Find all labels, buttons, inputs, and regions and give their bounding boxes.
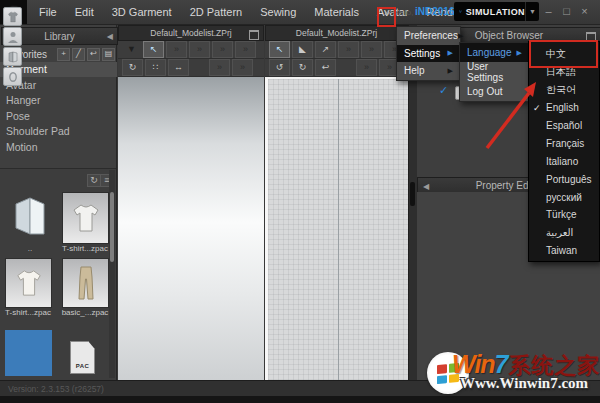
library-item-pac-file[interactable]: PAC: [70, 341, 95, 374]
submenu-arrow-icon: ▶: [448, 49, 453, 57]
greeting-text: Hello,: [393, 8, 413, 17]
viewport-2d[interactable]: [265, 77, 408, 380]
viewport-3d[interactable]: [118, 77, 264, 380]
pattern-select-tool[interactable]: ↖: [269, 41, 290, 58]
splitter-handle[interactable]: [410, 182, 415, 206]
menu-item-settings[interactable]: Settings ▶: [397, 45, 460, 63]
menu-materials[interactable]: Materials: [305, 6, 368, 18]
pin-tool[interactable]: ↻: [122, 59, 143, 76]
language-menu: 中文 日本語 한국어 ✓ English Español Français It…: [528, 41, 600, 262]
language-option-it[interactable]: Italiano: [529, 152, 599, 170]
disabled-tool: »: [235, 41, 256, 58]
tab-2d-label: Default_Modelist.ZPrj: [296, 28, 377, 38]
disabled-tool: »: [166, 41, 187, 58]
disabled-tool: »: [361, 41, 382, 58]
library-section-pose[interactable]: Pose: [0, 109, 117, 124]
settings-submenu: Language ▶ User Settings Log Out: [459, 42, 530, 102]
watermark-win: Win: [452, 350, 495, 378]
library-section-shoulder-pad[interactable]: Shoulder Pad: [0, 124, 117, 139]
help-label: Help: [404, 65, 425, 76]
maximize-button[interactable]: □: [559, 5, 574, 18]
pac-file-label: PAC: [76, 363, 90, 373]
language-option-pt[interactable]: Português: [529, 170, 599, 188]
toolbar-2d-row1: ↖ ◣ ↗ » » »: [265, 41, 408, 59]
folder-up-icon[interactable]: [10, 196, 50, 238]
library-title: Library: [44, 31, 75, 42]
disabled-tool: »: [356, 59, 377, 76]
collapse-left-icon[interactable]: ◀: [423, 182, 429, 191]
minimize-button[interactable]: –: [541, 5, 556, 18]
language-option-ru[interactable]: русский: [529, 188, 599, 206]
language-option-ar[interactable]: العربية: [529, 224, 599, 242]
show-pattern-button[interactable]: [3, 47, 22, 66]
menu-item-user-settings[interactable]: User Settings: [460, 62, 529, 81]
show-head-button[interactable]: [3, 67, 22, 86]
undock-icon[interactable]: [249, 30, 259, 40]
menu-2d-pattern[interactable]: 2D Pattern: [181, 6, 252, 18]
curve-tool[interactable]: ↗: [315, 41, 336, 58]
check-icon: ✓: [533, 103, 541, 113]
view-mode-button[interactable]: ▤: [102, 48, 115, 61]
add-favorite-button[interactable]: +: [57, 48, 70, 61]
toolbar-3d-row2: ↻ ∷ ↔ » »: [118, 59, 264, 77]
user-settings-label: User Settings: [467, 61, 522, 83]
submenu-arrow-icon: ▶: [448, 67, 453, 75]
menu-sewing[interactable]: Sewing: [251, 6, 305, 18]
refresh-icon[interactable]: ↻: [87, 174, 101, 187]
menu-item-logout[interactable]: Log Out: [460, 82, 529, 101]
sewing-tool[interactable]: ↺: [269, 59, 290, 76]
submenu-arrow-icon: ▶: [458, 32, 463, 40]
language-option-ko[interactable]: 한국어: [529, 81, 599, 99]
library-item-fabric-swatch[interactable]: [5, 330, 52, 376]
folder-up-label: ..: [10, 244, 50, 253]
account-name[interactable]: iND2016: [415, 6, 454, 17]
simulation-dropdown-caret[interactable]: ▼: [525, 2, 539, 21]
annotation-box-chinese: [529, 40, 598, 68]
language-label: Language: [467, 47, 512, 58]
library-section-hanger[interactable]: Hanger: [0, 93, 117, 108]
simulation-chevrons-icon: [459, 6, 462, 17]
language-option-fr[interactable]: Français: [529, 134, 599, 152]
watermark: Win7系统之家 Www.Winwin7.com: [420, 344, 600, 403]
pattern-dots-tool[interactable]: ∷: [145, 59, 166, 76]
preferences-label: Preferences: [404, 30, 458, 41]
menu-item-language[interactable]: Language ▶: [460, 43, 529, 62]
library-item-label: basic_...zpac: [58, 308, 112, 317]
tab-3d-view[interactable]: Default_Modelist.ZPrj: [118, 25, 264, 41]
library-item-tshirt-1[interactable]: [62, 192, 109, 244]
app-window: C File Edit 3D Garment 2D Pattern Sewing…: [0, 0, 600, 403]
select-move-tool[interactable]: ↖: [143, 41, 164, 58]
language-option-tr[interactable]: Türkçe: [529, 206, 599, 224]
library-item-pants[interactable]: [62, 258, 109, 308]
back-button[interactable]: ↩: [87, 48, 100, 61]
show-avatar-button[interactable]: [3, 27, 22, 46]
edit-favorite-button[interactable]: ╱: [72, 48, 85, 61]
language-option-tw[interactable]: Taiwan: [529, 242, 599, 260]
polygon-tool[interactable]: ◣: [292, 41, 313, 58]
menu-file[interactable]: File: [30, 6, 66, 18]
menu-item-preferences[interactable]: Preferences ▶: [397, 27, 460, 45]
check-icon[interactable]: ✓: [439, 84, 448, 97]
menu-item-help[interactable]: Help ▶: [397, 62, 460, 80]
annotation-box-overflow: [377, 7, 396, 27]
view-dropdown-icon[interactable]: ▼: [122, 42, 141, 57]
watermark-url: Www.Winwin7.com: [460, 375, 588, 392]
library-item-tshirt-2[interactable]: [5, 258, 52, 308]
settings-label: Settings: [404, 48, 440, 59]
spread-tool[interactable]: ↔: [168, 59, 189, 76]
close-button[interactable]: ×: [577, 5, 592, 18]
simulation-button[interactable]: SIMULATION: [454, 2, 525, 21]
free-sewing-tool[interactable]: ↻: [292, 59, 313, 76]
tab-3d-label: Default_Modelist.ZPrj: [150, 28, 231, 38]
menu-3d-garment[interactable]: 3D Garment: [103, 6, 181, 18]
menu-edit[interactable]: Edit: [66, 6, 103, 18]
edit-sewing-tool[interactable]: ↩: [315, 59, 336, 76]
library-section-motion[interactable]: Motion: [0, 140, 117, 155]
library-scrollbar-handle[interactable]: [110, 192, 114, 262]
logout-label: Log Out: [467, 86, 503, 97]
language-option-es[interactable]: Español: [529, 117, 599, 135]
show-garment-button[interactable]: [3, 7, 22, 26]
collapse-left-icon[interactable]: ◀: [107, 32, 113, 41]
language-option-en[interactable]: ✓ English: [529, 99, 599, 117]
tab-2d-view[interactable]: Default_Modelist.ZPrj: [265, 25, 408, 41]
